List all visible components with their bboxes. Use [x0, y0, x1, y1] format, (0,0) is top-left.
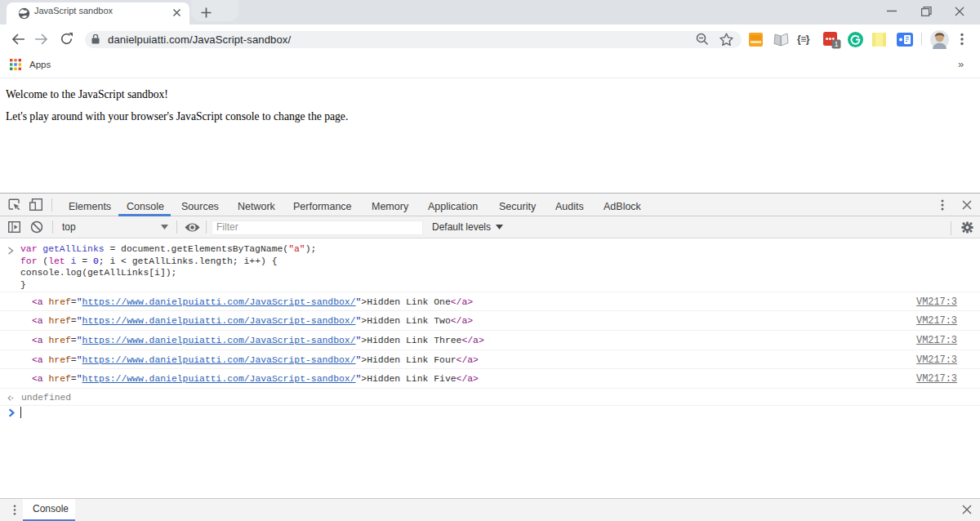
svg-text:1: 1 [835, 40, 839, 48]
